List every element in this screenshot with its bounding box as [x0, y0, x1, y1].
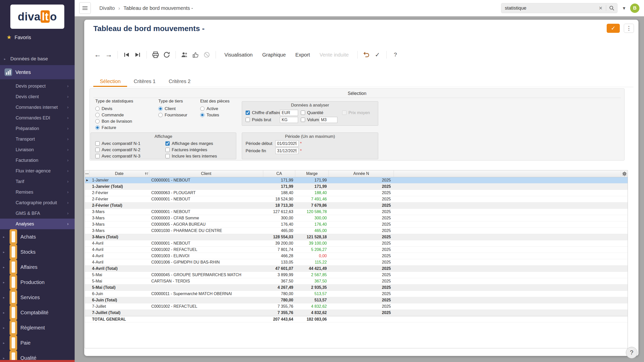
breadcrumb-home[interactable]: Divalto [99, 5, 115, 11]
sidebar-subitem[interactable]: Devis client › [0, 91, 75, 102]
sidebar-module[interactable]: ▸ Règlement [0, 320, 75, 335]
sidebar-subitem[interactable]: Cartographie produit › [0, 197, 75, 208]
checkbox-input[interactable] [246, 111, 250, 115]
sidebar-module[interactable]: ▸ Services [0, 290, 75, 305]
radio-option[interactable]: Client [158, 106, 187, 112]
radio-input[interactable] [200, 113, 204, 117]
table-row[interactable]: ▶ 4-Avril C0001002 - REFACTUEL 7 801,74 … [85, 247, 628, 253]
table-row[interactable]: ▶ 1-Janvier (Total) 171,99 171,99 2025 [85, 184, 628, 190]
checkbox-input[interactable] [246, 118, 250, 122]
radio-input[interactable] [95, 119, 100, 123]
sidebar-subitem[interactable]: Tarif › [0, 176, 75, 187]
table-row[interactable]: ▶ 3-Mars C0001030 - PHARMACIE DU CENTRE … [85, 228, 628, 234]
search-icon[interactable] [607, 4, 616, 13]
table-row[interactable]: ▶ 5-Mai (Total) 4 267,49 2 935,35 2025 [85, 285, 628, 291]
toolbar-button[interactable]: Vente induite [315, 52, 353, 58]
sidebar-subitem[interactable]: Livraison › [0, 144, 75, 155]
table-row[interactable]: ▶ TOTAL GENERAL 207 443,64 182 083,06 [85, 316, 628, 322]
weight-unit-input[interactable] [280, 117, 298, 123]
table-row[interactable]: ▶ 4-Avril C0001003 - ELINVOI 466,28 0,00… [85, 253, 628, 259]
radio-option[interactable]: Commande [95, 112, 133, 118]
column-header-ca[interactable]: CA [263, 170, 295, 177]
table-row[interactable]: ▶ 2-Février (Total) 18 713,30 7 679,86 2… [85, 202, 628, 209]
sidebar-module[interactable]: ▸ Production [0, 275, 75, 290]
radio-option[interactable]: Toutes [200, 112, 229, 118]
table-row[interactable]: ▶ 5-Mai C0000045 - GROUPE SUPERMARCHES M… [85, 272, 628, 278]
checkbox-input[interactable] [301, 118, 305, 122]
sidebar-item-favoris[interactable]: ★ Favoris [0, 31, 75, 44]
sidebar-subitem[interactable]: Commandes internet › [0, 102, 75, 113]
toolbar-button[interactable]: Visualisation [220, 52, 257, 58]
checkbox-option[interactable]: Factures intégrées [165, 147, 217, 153]
checkbox-input[interactable] [95, 154, 100, 158]
column-header-annee[interactable]: Année N [329, 170, 394, 177]
validate-button[interactable]: ✓ [607, 24, 620, 33]
toolbar-button[interactable]: Export [291, 52, 314, 58]
poids-brut-checkbox[interactable]: Poids brut [246, 117, 271, 123]
table-row[interactable]: ▶ 4-Avril C0001006 - GIPMDPH DU BAS-RHIN… [85, 259, 628, 266]
checkbox-input[interactable] [95, 148, 100, 152]
table-settings-button[interactable] [621, 170, 628, 177]
forward-icon[interactable]: → [104, 50, 113, 59]
sidebar-module[interactable]: ▸ Stocks [0, 244, 75, 260]
chiffre-affaire-checkbox[interactable]: Chiffre d'affaire [246, 110, 281, 116]
table-row[interactable]: ▶ 3-Mars C0000005 - AGORA BUREAU 176,40 … [85, 221, 628, 228]
checkbox-option[interactable]: Avec comparatif N-1 [95, 140, 140, 147]
sidebar-item-donnees-de-base[interactable]: ▸ Données de base [0, 53, 75, 65]
checkbox-option[interactable]: Affichage des marges [165, 140, 217, 147]
checkbox-input[interactable] [165, 141, 170, 146]
checkbox-input[interactable] [165, 148, 170, 152]
radio-input[interactable] [158, 107, 163, 111]
radio-option[interactable]: Fournisseur [158, 112, 187, 118]
checkbox-option[interactable]: Avec comparatif N-3 [95, 153, 140, 159]
radio-input[interactable] [95, 125, 100, 130]
table-row[interactable]: ▶ 4-Avril C0000001 - NEBOUT 39 200,00 39… [85, 240, 628, 247]
sidebar-subitem[interactable]: Facturation › [0, 155, 75, 166]
sidebar-module[interactable]: ▸ Affaires [0, 260, 75, 275]
search-options-chevron-icon[interactable]: ▾ [619, 5, 629, 11]
menu-button[interactable] [79, 2, 91, 14]
sidebar-subitem[interactable]: GMS & BFA › [0, 208, 75, 219]
search-input[interactable] [501, 5, 596, 11]
sidebar-section-ventes[interactable]: Ventes [0, 65, 75, 79]
toolbar-button[interactable]: Graphique [258, 52, 290, 58]
checkbox-input[interactable] [95, 141, 100, 146]
currency-unit-input[interactable] [280, 110, 298, 116]
column-header-marge[interactable]: Marge [295, 170, 329, 177]
table-row[interactable]: ▶ 3-Mars (Total) 128 554,03 121 528,18 2… [85, 234, 628, 240]
radio-input[interactable] [158, 113, 163, 117]
tab[interactable]: Critères 2 [162, 76, 197, 87]
sidebar-subitem[interactable]: Devis prospect › [0, 81, 75, 91]
periode-debut-input[interactable] [275, 140, 299, 147]
radio-option[interactable]: Devis [95, 106, 133, 112]
sidebar-subitem[interactable]: Remises › [0, 187, 75, 197]
approve-icon[interactable] [191, 50, 200, 59]
undo-icon[interactable] [362, 50, 371, 59]
radio-input[interactable] [200, 107, 204, 111]
sidebar-subitem[interactable]: Flux inter-agence › [0, 166, 75, 176]
users-icon[interactable] [180, 50, 189, 59]
checkbox-option[interactable]: Inclure les tiers internes [165, 153, 217, 159]
help-icon[interactable]: ? [391, 50, 400, 59]
help-button[interactable]: ? [626, 347, 637, 358]
table-row[interactable]: ▶ 4-Avril (Total) 47 601,07 44 421,49 20… [85, 266, 628, 272]
table-menu-button[interactable]: ••• [85, 170, 90, 177]
sidebar-subitem[interactable]: Commandes EDI › [0, 113, 75, 123]
checkbox-input[interactable] [165, 154, 170, 158]
table-row[interactable]: ▶ 7-Juillet C0001002 - REFACTUEL 7 355,7… [85, 303, 628, 310]
periode-fin-input[interactable] [275, 148, 299, 154]
print-icon[interactable] [151, 50, 160, 59]
tab[interactable]: Sélection [93, 76, 127, 87]
sidebar-module[interactable]: ▸ Paie [0, 335, 75, 350]
confirm-icon[interactable]: ✓ [373, 50, 382, 59]
table-row[interactable]: ▶ 3-Mars C0000003 - CFAB Somme 300,00 30… [85, 215, 628, 221]
user-avatar[interactable]: B [630, 4, 639, 13]
table-row[interactable]: ▶ 3-Mars C0000001 - NEBOUT 127 612,63 12… [85, 209, 628, 215]
table-row[interactable]: ▶ 6-Juin (Total) 780,00 513,57 2025 [85, 297, 628, 303]
radio-input[interactable] [95, 113, 100, 117]
checkbox-input[interactable] [301, 111, 305, 115]
volume-unit-input[interactable] [319, 117, 337, 123]
table-row[interactable]: ▶ 7-Juillet (Total) 7 355,76 4 832,62 20… [85, 310, 628, 316]
sidebar-module[interactable]: ▸ Comptabilité [0, 305, 75, 320]
volume-checkbox[interactable]: Volume [301, 117, 321, 123]
